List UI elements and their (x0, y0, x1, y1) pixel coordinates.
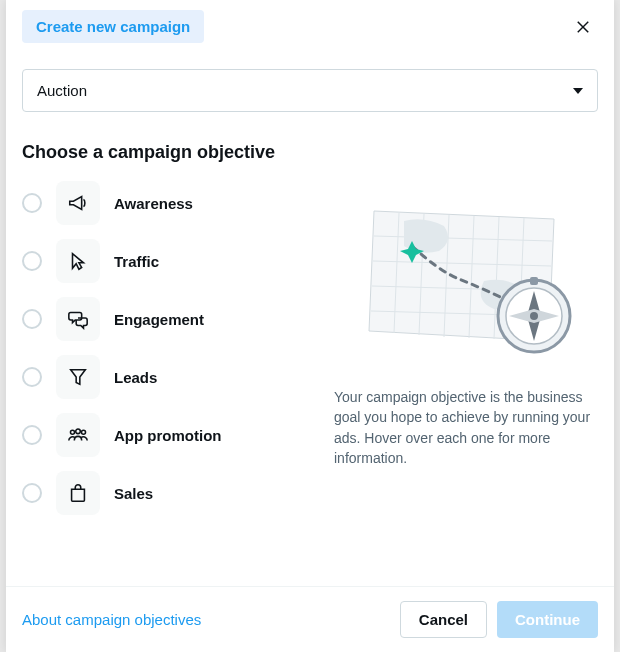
objective-label: Traffic (114, 253, 159, 270)
radio-app-promotion[interactable] (22, 425, 42, 445)
svg-point-4 (81, 430, 85, 434)
cancel-button[interactable]: Cancel (400, 601, 487, 638)
objective-app-promotion[interactable]: App promotion (22, 413, 302, 457)
footer-buttons: Cancel Continue (400, 601, 598, 638)
continue-button[interactable]: Continue (497, 601, 598, 638)
help-text: Your campaign objective is the business … (330, 387, 598, 468)
people-icon (67, 424, 89, 446)
icon-box (56, 355, 100, 399)
svg-point-3 (76, 429, 81, 434)
radio-awareness[interactable] (22, 193, 42, 213)
info-panel: Your campaign objective is the business … (330, 181, 598, 586)
svg-point-20 (530, 312, 538, 320)
about-objectives-link[interactable]: About campaign objectives (22, 611, 201, 628)
objective-leads[interactable]: Leads (22, 355, 302, 399)
shopping-bag-icon (67, 482, 89, 504)
svg-point-2 (70, 430, 74, 434)
radio-engagement[interactable] (22, 309, 42, 329)
campaign-modal: Create new campaign Auction Choose a cam… (6, 0, 614, 652)
radio-leads[interactable] (22, 367, 42, 387)
funnel-icon (67, 366, 89, 388)
megaphone-icon (67, 192, 89, 214)
objective-label: Sales (114, 485, 153, 502)
map-compass-illustration (344, 191, 584, 371)
icon-box (56, 471, 100, 515)
icon-box (56, 413, 100, 457)
icon-box (56, 297, 100, 341)
dropdown-container: Auction (6, 45, 614, 112)
modal-header: Create new campaign (6, 0, 614, 45)
chat-bubbles-icon (67, 308, 89, 330)
objective-label: Engagement (114, 311, 204, 328)
objective-traffic[interactable]: Traffic (22, 239, 302, 283)
close-icon (574, 18, 592, 36)
modal-footer: About campaign objectives Cancel Continu… (6, 586, 614, 652)
objective-label: App promotion (114, 427, 221, 444)
content-area: Awareness Traffic (6, 181, 614, 586)
icon-box (56, 239, 100, 283)
radio-sales[interactable] (22, 483, 42, 503)
chevron-down-icon (573, 88, 583, 94)
objective-sales[interactable]: Sales (22, 471, 302, 515)
objective-engagement[interactable]: Engagement (22, 297, 302, 341)
dropdown-selected-value: Auction (37, 82, 87, 99)
create-campaign-badge[interactable]: Create new campaign (22, 10, 204, 43)
campaign-type-dropdown[interactable]: Auction (22, 69, 598, 112)
radio-traffic[interactable] (22, 251, 42, 271)
close-button[interactable] (568, 12, 598, 45)
objective-list: Awareness Traffic (22, 181, 302, 586)
cursor-icon (67, 250, 89, 272)
svg-rect-21 (530, 277, 538, 285)
objective-awareness[interactable]: Awareness (22, 181, 302, 225)
section-title: Choose a campaign objective (6, 112, 614, 181)
icon-box (56, 181, 100, 225)
objective-label: Awareness (114, 195, 193, 212)
objective-label: Leads (114, 369, 157, 386)
